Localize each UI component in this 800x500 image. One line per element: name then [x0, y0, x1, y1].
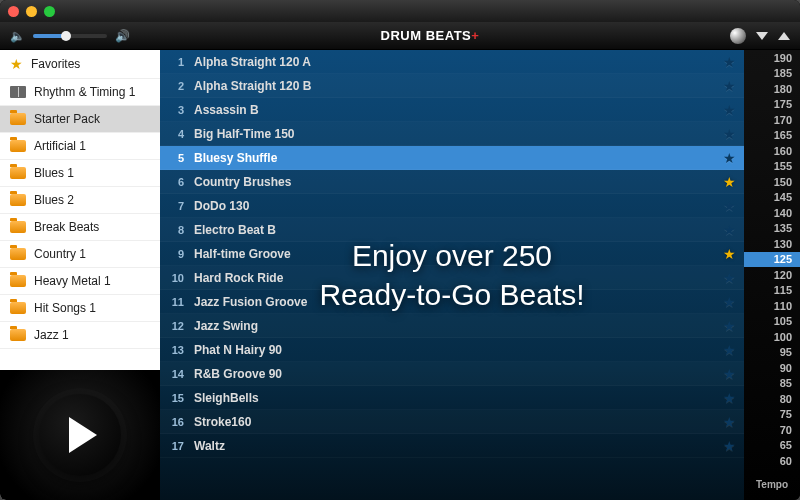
tempo-item[interactable]: 160: [744, 143, 800, 159]
tempo-item[interactable]: 115: [744, 283, 800, 299]
disco-icon[interactable]: [730, 28, 746, 44]
favorite-star-icon[interactable]: ★: [723, 222, 736, 238]
beat-row[interactable]: 15SleighBells★: [160, 386, 744, 410]
favorite-star-icon[interactable]: ★: [723, 54, 736, 70]
beat-name: Stroke160: [194, 415, 723, 429]
beat-row[interactable]: 4Big Half-Time 150★: [160, 122, 744, 146]
toolbar: 🔈 🔊 DRUM BEATS+: [0, 22, 800, 50]
favorite-star-icon[interactable]: ★: [723, 390, 736, 406]
tempo-item[interactable]: 130: [744, 236, 800, 252]
favorite-star-icon[interactable]: ★: [723, 342, 736, 358]
favorite-star-icon[interactable]: ★: [723, 102, 736, 118]
tempo-item[interactable]: 85: [744, 376, 800, 392]
category-item[interactable]: Hit Songs 1: [0, 295, 160, 322]
tempo-item[interactable]: 190: [744, 50, 800, 66]
beat-row[interactable]: 8Electro Beat B★: [160, 218, 744, 242]
tempo-item[interactable]: 120: [744, 267, 800, 283]
beat-row[interactable]: 9Half-time Groove★: [160, 242, 744, 266]
tempo-item[interactable]: 75: [744, 407, 800, 423]
app-window: 🔈 🔊 DRUM BEATS+ ★FavoritesRhythm & Timin…: [0, 0, 800, 500]
tempo-list[interactable]: 1901851801751701651601551501451401351301…: [744, 50, 800, 473]
beat-row[interactable]: 10Hard Rock Ride★: [160, 266, 744, 290]
beat-row[interactable]: 6Country Brushes★: [160, 170, 744, 194]
beat-name: DoDo 130: [194, 199, 723, 213]
play-button[interactable]: [39, 394, 121, 476]
beat-name: Assassin B: [194, 103, 723, 117]
category-label: Starter Pack: [34, 112, 100, 126]
favorite-star-icon[interactable]: ★: [723, 366, 736, 382]
tempo-item[interactable]: 180: [744, 81, 800, 97]
beat-row[interactable]: 13Phat N Hairy 90★: [160, 338, 744, 362]
category-item[interactable]: Break Beats: [0, 214, 160, 241]
category-item[interactable]: Jazz 1: [0, 322, 160, 349]
app-title: DRUM BEATS+: [130, 28, 730, 43]
beat-row[interactable]: 5Bluesy Shuffle★: [160, 146, 744, 170]
favorite-star-icon[interactable]: ★: [723, 150, 736, 166]
tempo-item[interactable]: 100: [744, 329, 800, 345]
tempo-item[interactable]: 110: [744, 298, 800, 314]
favorite-star-icon[interactable]: ★: [723, 438, 736, 454]
beat-number: 8: [160, 224, 194, 236]
beat-name: Half-time Groove: [194, 247, 723, 261]
favorite-star-icon[interactable]: ★: [723, 126, 736, 142]
category-item[interactable]: ★Favorites: [0, 50, 160, 79]
tempo-item[interactable]: 65: [744, 438, 800, 454]
favorite-star-icon[interactable]: ★: [723, 78, 736, 94]
beat-row[interactable]: 1Alpha Straight 120 A★: [160, 50, 744, 74]
tempo-down-button[interactable]: [756, 32, 768, 40]
tempo-item[interactable]: 170: [744, 112, 800, 128]
beat-row[interactable]: 11Jazz Fusion Groove★: [160, 290, 744, 314]
favorite-star-icon[interactable]: ★: [723, 246, 736, 262]
favorite-star-icon[interactable]: ★: [723, 270, 736, 286]
category-item[interactable]: Artificial 1: [0, 133, 160, 160]
tempo-item[interactable]: 175: [744, 97, 800, 113]
beat-number: 13: [160, 344, 194, 356]
beat-number: 4: [160, 128, 194, 140]
volume-slider[interactable]: [33, 34, 107, 38]
main-body: ★FavoritesRhythm & Timing 1Starter PackA…: [0, 50, 800, 500]
category-item[interactable]: Blues 1: [0, 160, 160, 187]
tempo-item[interactable]: 80: [744, 391, 800, 407]
beat-row[interactable]: 7DoDo 130★: [160, 194, 744, 218]
minimize-icon[interactable]: [26, 6, 37, 17]
tempo-item[interactable]: 60: [744, 453, 800, 469]
tempo-item[interactable]: 185: [744, 66, 800, 82]
tempo-item[interactable]: 90: [744, 360, 800, 376]
category-label: Blues 2: [34, 193, 74, 207]
beat-list[interactable]: 1Alpha Straight 120 A★2Alpha Straight 12…: [160, 50, 744, 500]
favorite-star-icon[interactable]: ★: [723, 318, 736, 334]
beat-row[interactable]: 17Waltz★: [160, 434, 744, 458]
tempo-item[interactable]: 95: [744, 345, 800, 361]
beat-number: 15: [160, 392, 194, 404]
tempo-item[interactable]: 125: [744, 252, 800, 268]
tempo-item[interactable]: 105: [744, 314, 800, 330]
tempo-item[interactable]: 135: [744, 221, 800, 237]
beat-row[interactable]: 14R&B Groove 90★: [160, 362, 744, 386]
tempo-item[interactable]: 165: [744, 128, 800, 144]
category-item[interactable]: Country 1: [0, 241, 160, 268]
tempo-up-button[interactable]: [778, 32, 790, 40]
folder-icon: [10, 302, 26, 314]
folder-icon: [10, 140, 26, 152]
favorite-star-icon[interactable]: ★: [723, 174, 736, 190]
category-item[interactable]: Heavy Metal 1: [0, 268, 160, 295]
tempo-item[interactable]: 145: [744, 190, 800, 206]
beat-row[interactable]: 12Jazz Swing★: [160, 314, 744, 338]
beat-row[interactable]: 2Alpha Straight 120 B★: [160, 74, 744, 98]
tempo-item[interactable]: 70: [744, 422, 800, 438]
tempo-item[interactable]: 155: [744, 159, 800, 175]
favorite-star-icon[interactable]: ★: [723, 414, 736, 430]
category-item[interactable]: Starter Pack: [0, 106, 160, 133]
beat-row[interactable]: 16Stroke160★: [160, 410, 744, 434]
category-item[interactable]: Rhythm & Timing 1: [0, 79, 160, 106]
close-icon[interactable]: [8, 6, 19, 17]
category-item[interactable]: Blues 2: [0, 187, 160, 214]
beat-number: 2: [160, 80, 194, 92]
beat-row[interactable]: 3Assassin B★: [160, 98, 744, 122]
favorite-star-icon[interactable]: ★: [723, 294, 736, 310]
zoom-icon[interactable]: [44, 6, 55, 17]
tempo-item[interactable]: 140: [744, 205, 800, 221]
tempo-item[interactable]: 150: [744, 174, 800, 190]
volume-thumb[interactable]: [61, 31, 71, 41]
favorite-star-icon[interactable]: ★: [723, 198, 736, 214]
